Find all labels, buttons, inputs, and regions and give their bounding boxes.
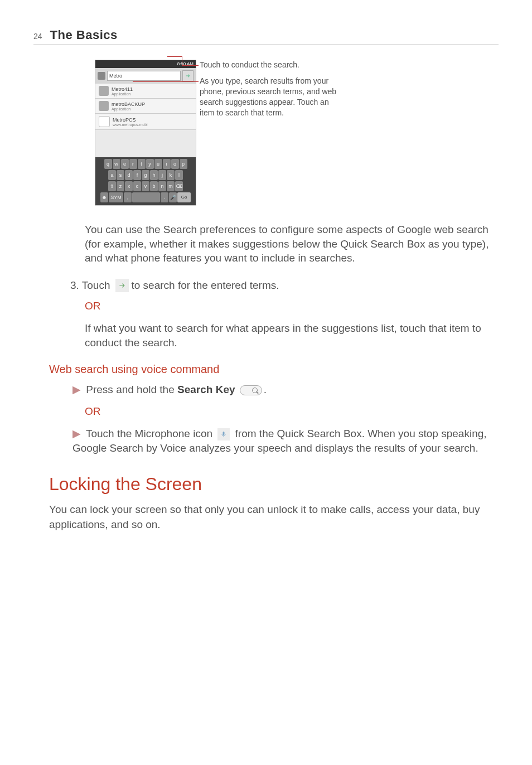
star-icon	[99, 116, 110, 127]
bullet-microphone: ▶ Touch the Microphone icon from the Qui…	[72, 427, 499, 456]
arrow-right-icon	[115, 279, 129, 292]
search-figure: 8:50 AM Metro Metro411 Application metro…	[95, 60, 499, 206]
microphone-icon	[217, 428, 230, 440]
kb-go-key: Go	[177, 192, 191, 202]
app-411-icon	[99, 86, 109, 96]
kb-key: y	[146, 159, 154, 169]
callout-text: Touch to conduct the search.	[200, 60, 299, 69]
phone-search-go-button	[182, 70, 194, 81]
suggestion-row: Metro411 Application	[95, 84, 196, 99]
kb-key: u	[154, 159, 162, 169]
body-paragraph: If what you want to search for what appe…	[85, 321, 499, 350]
arrow-right-icon	[185, 73, 191, 79]
or-label: OR	[85, 300, 499, 312]
kb-key: s	[117, 170, 124, 180]
step-text-a: 3. Touch	[70, 279, 110, 292]
kb-key: n	[158, 181, 166, 191]
step-text-b: to search for the entered terms.	[131, 279, 279, 292]
locking-screen-paragraph: You can lock your screen so that only yo…	[49, 502, 499, 532]
kb-delete-key: ⌫	[175, 181, 183, 191]
kb-key: f	[133, 170, 141, 180]
callout-suggestions: As you type, search results from your ph…	[200, 76, 345, 118]
bullet-text-a: Touch the Microphone icon	[86, 428, 212, 439]
kb-comma-key: ,	[124, 192, 132, 202]
kb-key: t	[138, 159, 146, 169]
kb-sym-key: SYM	[109, 192, 123, 202]
bullet-text-a: Press and hold the	[86, 384, 174, 395]
body-paragraph: You can use the Search preferences to co…	[85, 222, 499, 265]
suggestion-title: Metro411	[112, 86, 133, 92]
page-header: 24 The Basics	[33, 28, 499, 45]
kb-key: p	[180, 159, 187, 169]
search-key-icon	[240, 385, 262, 395]
kb-key: i	[163, 159, 171, 169]
triangle-bullet-icon: ▶	[72, 384, 81, 395]
callout-search: Touch to conduct the search.	[200, 60, 345, 70]
kb-key: z	[117, 181, 124, 191]
kb-key: v	[142, 181, 149, 191]
suggestion-title: metroBACKUP	[112, 101, 145, 107]
kb-key: c	[133, 181, 141, 191]
kb-key: j	[158, 170, 166, 180]
kb-key: d	[125, 170, 133, 180]
voice-command-heading: Web search using voice command	[49, 363, 499, 376]
callout-text: As you type, search results from your ph…	[200, 76, 336, 117]
page-number: 24	[33, 32, 42, 41]
kb-key: l	[175, 170, 183, 180]
google-g-icon	[98, 72, 105, 80]
suggestion-sub: Application	[112, 92, 133, 96]
bullet-text-b: .	[264, 384, 267, 395]
app-backup-icon	[99, 101, 109, 111]
kb-key: m	[167, 181, 175, 191]
kb-key: q	[104, 159, 112, 169]
phone-keyboard: q w e r t y u i o p a s d f g h	[95, 157, 196, 205]
kb-key: b	[150, 181, 158, 191]
kb-key: x	[125, 181, 133, 191]
kb-key: o	[171, 159, 179, 169]
kb-key: h	[150, 170, 158, 180]
leader-line-icon	[182, 65, 199, 66]
kb-key: e	[121, 159, 129, 169]
phone-search-input: Metro	[107, 71, 181, 81]
locking-screen-heading: Locking the Screen	[49, 474, 499, 495]
section-title: The Basics	[50, 28, 118, 42]
or-label: OR	[85, 405, 499, 418]
kb-period-key: .	[161, 192, 168, 202]
suggestion-sub: Application	[112, 107, 145, 111]
suggestion-row: metroBACKUP Application	[95, 99, 196, 114]
leader-line-icon	[182, 81, 199, 82]
triangle-bullet-icon: ▶	[72, 428, 81, 439]
suggestion-sub: www.metropcs.mobi	[113, 123, 148, 127]
kb-space-key	[132, 192, 160, 202]
kb-emoji-key: ☻	[100, 192, 108, 202]
kb-key: g	[142, 170, 149, 180]
suggestion-row: MetroPCS www.metropcs.mobi	[95, 114, 196, 130]
step-3: 3. Touch to search for the entered terms…	[70, 279, 499, 292]
kb-key: r	[129, 159, 137, 169]
suggestion-title: MetroPCS	[113, 117, 148, 123]
kb-shift-key: ⇧	[108, 181, 116, 191]
callouts: Touch to conduct the search. As you type…	[200, 60, 345, 123]
kb-mic-key: 🎤	[169, 192, 177, 202]
kb-key: w	[113, 159, 120, 169]
bullet-press-hold: ▶ Press and hold the Search Key .	[72, 382, 499, 398]
kb-key: k	[167, 170, 175, 180]
search-key-label: Search Key	[177, 384, 235, 395]
kb-key: a	[108, 170, 116, 180]
